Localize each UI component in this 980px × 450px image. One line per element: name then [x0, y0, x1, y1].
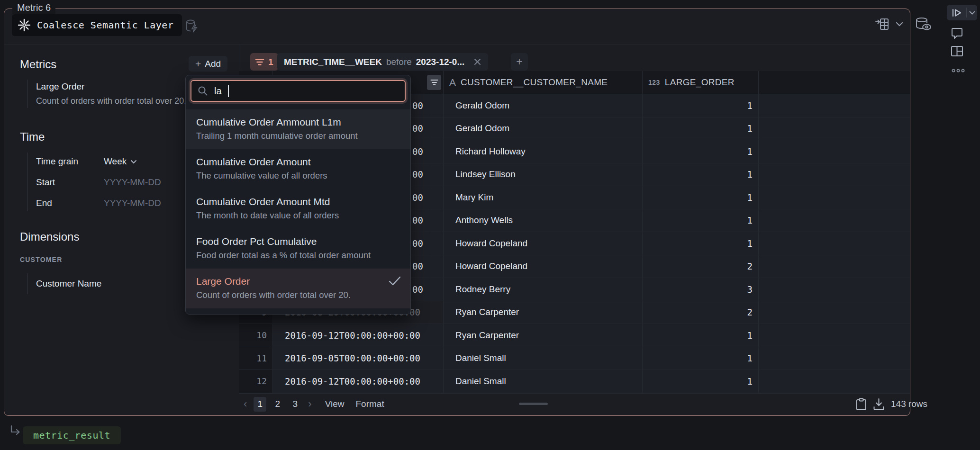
large-order-cell: 1 [642, 163, 758, 186]
large-order-cell: 3 [642, 278, 758, 301]
large-order-cell: 1 [642, 232, 758, 255]
start-date-label: Start [36, 177, 95, 188]
view-menu-button[interactable]: View [325, 399, 345, 409]
large-order-cell: 1 [642, 324, 758, 347]
table-output-chevron-icon[interactable] [896, 22, 903, 27]
comments-icon[interactable] [951, 27, 963, 40]
semantic-layer-title-pill[interactable]: Coalesce Semantic Layer [12, 14, 182, 36]
customer-name-cell: Gerald Odom [443, 117, 642, 140]
customer-name-header[interactable]: A CUSTOMER__CUSTOMER_NAME [443, 71, 642, 94]
start-date-input[interactable]: YYYY-MM-DD [104, 177, 161, 188]
search-icon [197, 85, 209, 97]
dropdown-item[interactable]: Cumulative Order Amount MtdThe month to … [186, 189, 410, 229]
dropdown-item-title: Cumulative Order Amount Mtd [196, 195, 400, 209]
time-grain-label: Time grain [36, 156, 95, 167]
large-order-cell: 1 [642, 347, 758, 370]
layout-view-icon[interactable] [951, 45, 963, 57]
run-cell-icon[interactable] [947, 9, 966, 17]
metric-time-cell: 2016-09-12T00:00:00+00:00 [272, 324, 443, 347]
row-number-cell: 10 [239, 324, 272, 347]
add-metric-button[interactable]: + Add [189, 56, 227, 72]
time-grain-select[interactable]: Week [104, 156, 137, 167]
empty-cell [758, 232, 910, 255]
metric-search-dropdown: la Cumulative Order Ammount L1mTrailing … [185, 75, 411, 315]
table-row[interactable]: 112016-09-05T00:00:00+00:00Daniel Small1 [239, 347, 910, 370]
customer-name-cell: Lindsey Ellison [443, 163, 642, 186]
copy-table-icon[interactable] [856, 398, 867, 411]
dropdown-item-desc: Trailing 1 month cumulative order amount [196, 129, 400, 143]
empty-cell [758, 255, 910, 278]
download-csv-icon[interactable] [873, 398, 885, 411]
filter-field: METRIC_TIME__WEEK [284, 57, 382, 67]
format-menu-button[interactable]: Format [356, 399, 384, 409]
page-numbers: 123 [254, 397, 301, 412]
table-row[interactable]: 102016-09-12T00:00:00+00:00Ryan Carpente… [239, 324, 910, 347]
large-order-header[interactable]: 123 LARGE_ORDER [642, 71, 758, 94]
page-number-3[interactable]: 3 [289, 397, 301, 412]
table-output-icon[interactable] [875, 18, 889, 31]
table-row[interactable]: 122016-09-12T00:00:00+00:00Daniel Small1 [239, 370, 910, 393]
dropdown-item-desc: Count of orders with order total over 20… [196, 288, 400, 302]
output-variable-pill[interactable]: metric_result [23, 426, 121, 444]
run-cell-button-group [947, 5, 977, 20]
dropdown-item-title: Cumulative Order Ammount L1m [196, 115, 400, 129]
search-query-text: la [214, 86, 222, 97]
add-filter-button[interactable]: + [511, 53, 528, 71]
customer-name-cell: Anthony Wells [443, 209, 642, 232]
customer-name-cell: Mary Kim [443, 186, 642, 209]
more-options-icon[interactable] [952, 68, 965, 73]
next-page-icon[interactable]: › [306, 398, 313, 410]
customer-name-cell: Gerald Odom [443, 94, 642, 117]
metric-time-cell: 2016-09-05T00:00:00+00:00 [272, 347, 443, 370]
notebook-canvas: Metric 6 Coalesce Semantic Layer [0, 0, 980, 450]
dropdown-item-list: Cumulative Order Ammount L1mTrailing 1 m… [186, 109, 410, 308]
number-type-icon: 123 [648, 79, 660, 86]
large-order-cell: 1 [642, 117, 758, 140]
empty-cell [758, 324, 910, 347]
page-number-1[interactable]: 1 [254, 397, 266, 412]
filter-icon [255, 58, 264, 66]
page-number-2[interactable]: 2 [271, 397, 284, 412]
output-arrow-icon [9, 424, 22, 438]
customer-name-cell: Rodney Berry [443, 278, 642, 301]
large-order-cell: 1 [642, 94, 758, 117]
customer-name-cell: Daniel Small [443, 347, 642, 370]
coalesce-logo-icon [18, 18, 31, 32]
table-footer-divider [239, 393, 910, 394]
empty-cell [758, 94, 910, 117]
row-count-label: 143 rows [891, 399, 927, 409]
empty-cell [758, 301, 910, 324]
dropdown-item[interactable]: Cumulative Order AmountThe cumulative va… [186, 149, 410, 189]
large-order-cell: 1 [642, 370, 758, 393]
dropdown-item[interactable]: Cumulative Order Ammount L1mTrailing 1 m… [186, 109, 410, 149]
run-options-chevron-icon[interactable] [967, 11, 977, 15]
dimension-item[interactable]: Customer Name [27, 273, 169, 294]
prev-page-icon[interactable]: ‹ [242, 398, 249, 410]
customer-name-cell: Howard Copeland [443, 255, 642, 278]
empty-cell [758, 140, 910, 163]
metric-search-input[interactable]: la [191, 80, 406, 102]
filter-count-badge[interactable]: 1 [250, 53, 278, 71]
database-bolt-icon[interactable] [184, 18, 200, 34]
chevron-down-icon [130, 160, 137, 164]
horizontal-scrollbar[interactable] [519, 403, 548, 405]
filter-chip[interactable]: METRIC_TIME__WEEK before 2023-12-0... [277, 53, 488, 71]
preview-data-icon[interactable] [915, 17, 932, 31]
checkmark-icon [389, 276, 401, 286]
dropdown-item-title: Large Order [196, 274, 400, 288]
end-date-input[interactable]: YYYY-MM-DD [104, 198, 161, 208]
dropdown-item-title: Cumulative Order Amount [196, 155, 400, 169]
empty-cell [758, 209, 910, 232]
metric-time-cell: 2016-09-12T00:00:00+00:00 [272, 370, 443, 393]
empty-column-header [758, 71, 910, 94]
text-caret [228, 85, 229, 97]
column-filter-button[interactable] [427, 75, 441, 90]
dropdown-item[interactable]: Food Order Pct CumulativeFood order tota… [186, 229, 410, 269]
metrics-heading: Metrics [20, 58, 56, 71]
remove-filter-icon[interactable] [473, 58, 481, 66]
dropdown-item-desc: The cumulative value of all orders [196, 169, 400, 182]
customer-name-cell: Richard Holloway [443, 140, 642, 163]
row-number-cell: 11 [239, 347, 272, 370]
output-variable-name: metric_result [33, 430, 110, 441]
dropdown-item[interactable]: Large OrderCount of orders with order to… [186, 269, 410, 308]
